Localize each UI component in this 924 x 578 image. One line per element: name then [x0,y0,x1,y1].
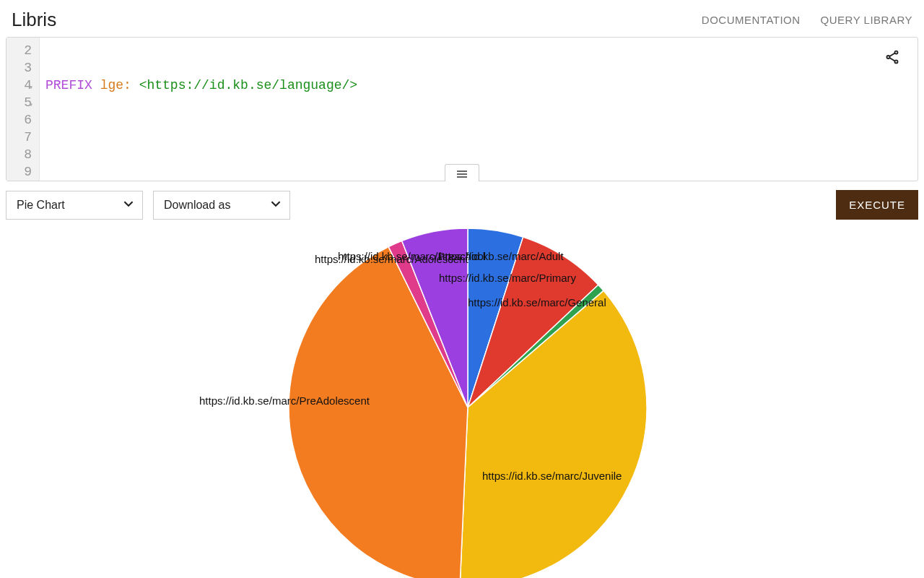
download-select[interactable]: Download as [153,191,290,220]
pie-chart: https://id.kb.se/marc/Adult https://id.k… [6,227,918,566]
nav-documentation[interactable]: DOCUMENTATION [702,14,801,26]
resize-handle[interactable] [445,164,479,181]
execute-button[interactable]: EXECUTE [836,190,918,220]
share-icon[interactable] [884,49,900,68]
visualization-select[interactable]: Pie Chart [6,191,143,220]
nav-query-library[interactable]: QUERY LIBRARY [821,14,912,26]
main-nav: DOCUMENTATION QUERY LIBRARY [702,14,912,26]
query-editor[interactable]: 2 3 4▾ 5▾ 6 7 8 9 PREFIX lge: <https://i… [6,37,918,181]
chevron-down-icon [123,199,134,212]
controls-bar: Pie Chart Download as EXECUTE [0,181,924,220]
svg-point-2 [894,60,897,63]
header: Libris DOCUMENTATION QUERY LIBRARY [0,0,924,37]
svg-line-3 [889,53,894,57]
svg-point-1 [886,56,889,59]
line-gutter: 2 3 4▾ 5▾ 6 7 8 9 [6,38,40,181]
chevron-down-icon [271,199,281,212]
brand-title: Libris [12,9,56,31]
svg-point-0 [894,51,897,54]
code-area[interactable]: PREFIX lge: <https://id.kb.se/language/>… [40,38,480,181]
svg-line-4 [889,58,894,61]
